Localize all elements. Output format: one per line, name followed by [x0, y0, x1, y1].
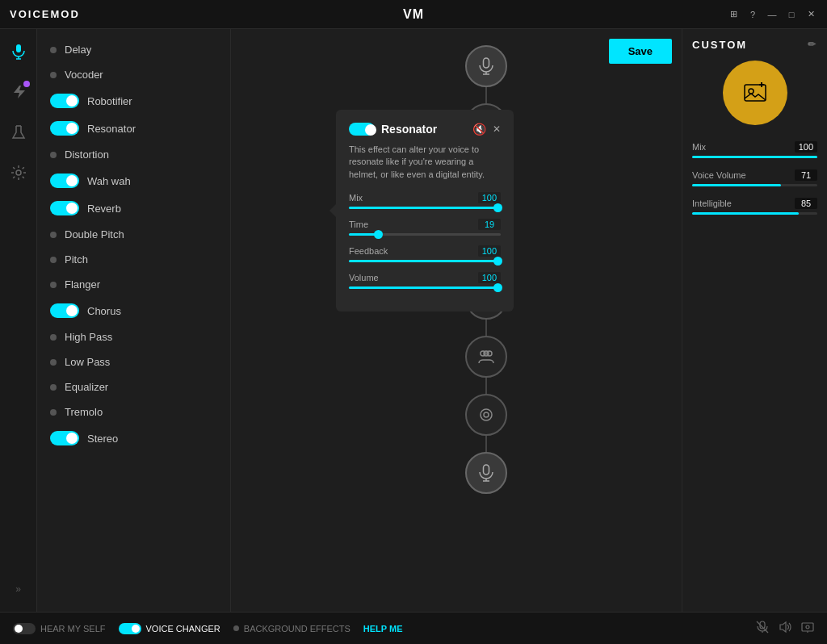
chain-node-ring[interactable] — [465, 394, 507, 436]
maximize-btn[interactable]: □ — [785, 8, 798, 21]
voice-changer-label: VOICE CHANGER — [146, 624, 220, 634]
voice-changer-toggle[interactable] — [119, 623, 141, 634]
effect-item-flanger[interactable]: Flanger — [37, 272, 230, 297]
right-slider-track-mix[interactable] — [692, 156, 817, 158]
bottom-background-effects: BACKGROUND EFFECTS — [233, 624, 351, 634]
right-slider-fill-voice-volume — [692, 184, 781, 186]
toggle-flanger[interactable] — [50, 282, 57, 288]
param-row-mix: Mix 100 — [349, 192, 501, 209]
toggle-equalizer[interactable] — [50, 384, 57, 391]
sidebar-item-lightning[interactable] — [6, 79, 31, 105]
slider-thumb-mix[interactable] — [493, 203, 502, 212]
volume-icon[interactable] — [779, 621, 791, 636]
toggle-reverb[interactable] — [50, 201, 79, 215]
effect-label-wah-wah: Wah wah — [87, 175, 131, 187]
custom-image-btn[interactable] — [723, 61, 787, 125]
sidebar-item-settings[interactable] — [6, 160, 31, 186]
right-slider-track-intelligible[interactable] — [692, 212, 817, 215]
effect-label-low-pass: Low Pass — [65, 356, 110, 368]
effect-label-distortion: Distortion — [65, 148, 109, 161]
effect-item-reverb[interactable]: Reverb — [37, 194, 230, 222]
effect-label-equalizer: Equalizer — [65, 381, 108, 393]
toggle-distortion[interactable] — [50, 152, 57, 158]
save-button[interactable]: Save — [609, 39, 672, 64]
slider-thumb-volume[interactable] — [493, 283, 502, 292]
sidebar-item-flask[interactable] — [6, 119, 31, 145]
popup-toggle[interactable] — [349, 123, 375, 136]
toggle-low-pass[interactable] — [50, 359, 57, 366]
chain-line — [485, 436, 487, 452]
effect-label-tremolo: Tremolo — [65, 406, 103, 418]
settings-icon[interactable]: ⊞ — [727, 8, 740, 21]
toggle-delay[interactable] — [50, 47, 57, 53]
svg-point-21 — [481, 409, 492, 420]
effect-item-vocoder[interactable]: Vocoder — [37, 62, 230, 87]
effect-item-wah-wah[interactable]: Wah wah — [37, 167, 230, 194]
mic-mute-icon[interactable] — [756, 621, 769, 636]
sidebar-item-mic[interactable] — [6, 39, 31, 65]
sidebar-expand[interactable]: » — [6, 576, 31, 602]
slider-track-mix[interactable] — [349, 207, 501, 209]
effect-item-equalizer[interactable]: Equalizer — [37, 374, 230, 399]
chain-node-choir[interactable] — [465, 336, 507, 378]
slider-track-feedback[interactable] — [349, 260, 501, 262]
edit-icon[interactable]: ✏ — [808, 39, 817, 51]
right-slider-track-voice-volume[interactable] — [692, 184, 817, 186]
toggle-resonator[interactable] — [50, 121, 79, 136]
slider-track-time[interactable] — [349, 233, 501, 236]
effect-item-pitch[interactable]: Pitch — [37, 247, 230, 272]
app-title: VOICEMOD — [10, 8, 80, 20]
minimize-btn[interactable]: — — [766, 8, 779, 21]
chain-node-mic-top[interactable] — [465, 45, 507, 87]
effect-item-distortion[interactable]: Distortion — [37, 142, 230, 167]
toggle-wah-wah[interactable] — [50, 174, 79, 188]
svg-point-34 — [806, 625, 809, 629]
effect-item-robotifier[interactable]: Robotifier — [37, 87, 230, 115]
effect-item-tremolo[interactable]: Tremolo — [37, 399, 230, 424]
toggle-high-pass[interactable] — [50, 334, 57, 341]
param-label-row-volume: Volume 100 — [349, 272, 501, 283]
toggle-chorus[interactable] — [50, 303, 79, 318]
effect-item-double-pitch[interactable]: Double Pitch — [37, 222, 230, 247]
hear-myself-toggle[interactable] — [13, 623, 36, 634]
close-btn[interactable]: ✕ — [804, 8, 817, 21]
toggle-vocoder[interactable] — [50, 72, 57, 78]
effect-item-delay[interactable]: Delay — [37, 37, 230, 62]
effect-item-stereo[interactable]: Stereo — [37, 424, 230, 452]
help-me-link[interactable]: HELP ME — [363, 624, 403, 634]
close-icon[interactable]: ✕ — [493, 123, 501, 135]
effect-label-stereo: Stereo — [87, 433, 118, 445]
background-effects-label: BACKGROUND EFFECTS — [244, 624, 351, 634]
bottom-right-icons — [756, 621, 814, 636]
toggle-double-pitch[interactable] — [50, 232, 57, 238]
effect-item-high-pass[interactable]: High Pass — [37, 324, 230, 349]
popup-arrow — [330, 204, 336, 217]
right-param-label-intelligible: Intelligible — [692, 199, 732, 208]
slider-thumb-time[interactable] — [374, 230, 383, 239]
main-layout: » Delay Vocoder Robotifier Resonator Dis… — [0, 29, 827, 612]
help-icon[interactable]: ? — [746, 8, 759, 21]
popup-close-btn[interactable]: 🔇 ✕ — [472, 123, 501, 136]
settings-icon[interactable] — [801, 621, 814, 636]
slider-track-volume[interactable] — [349, 286, 501, 289]
toggle-robotifier[interactable] — [50, 94, 79, 108]
right-param-value-voice-volume: 71 — [795, 169, 817, 181]
effect-item-low-pass[interactable]: Low Pass — [37, 349, 230, 374]
bottom-hear-myself: HEAR MY SELF — [13, 623, 106, 634]
window-controls: ⊞ ? — □ ✕ — [727, 8, 817, 21]
effect-popup: Resonator 🔇 ✕ This effect can alter your… — [336, 110, 514, 312]
svg-rect-0 — [16, 44, 21, 52]
slider-fill-feedback — [349, 260, 501, 262]
toggle-pitch[interactable] — [50, 257, 57, 263]
param-label-volume: Volume — [349, 273, 379, 282]
slider-thumb-feedback[interactable] — [493, 257, 502, 266]
right-param-value-intelligible: 85 — [795, 198, 817, 209]
effect-item-resonator[interactable]: Resonator — [37, 115, 230, 142]
effect-item-chorus[interactable]: Chorus — [37, 297, 230, 324]
titlebar: VOICEMOD VM ⊞ ? — □ ✕ — [0, 0, 827, 29]
toggle-tremolo[interactable] — [50, 409, 57, 416]
background-effects-dot — [233, 625, 239, 631]
toggle-stereo[interactable] — [50, 431, 79, 445]
chain-node-mic-bottom[interactable] — [465, 452, 507, 494]
effect-label-pitch: Pitch — [65, 253, 88, 266]
